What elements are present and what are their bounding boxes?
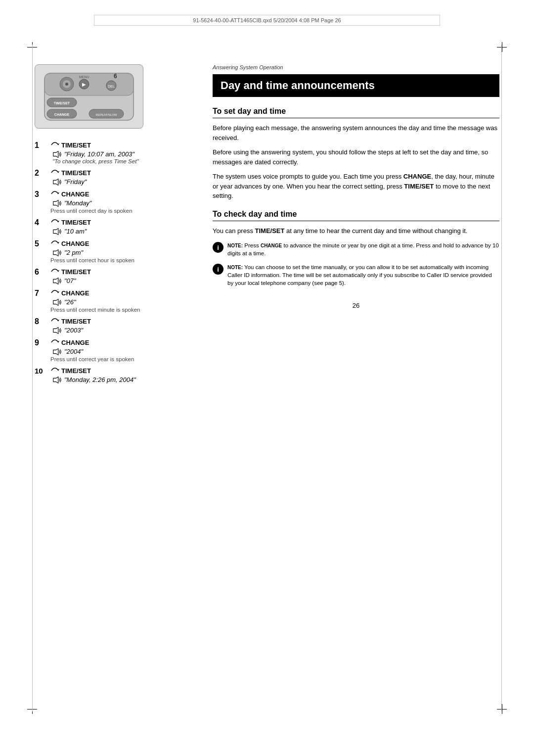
step-content-3: CHANGE "Monday" [50, 189, 193, 214]
step-content-6: TIME/SET "07" [50, 267, 193, 284]
audio-icon-5 [52, 249, 62, 256]
step-item-8: 8 TIME/SET [35, 317, 193, 334]
page-container: 91-5624-40-00-ATT1465CIB.qxd 5/20/2004 4… [0, 0, 534, 756]
step-9-audio: "2004" [52, 348, 193, 355]
step-1-note: "To change clock, press Time Set" [52, 158, 193, 164]
step-item-10: 10 TIME/SET [35, 366, 193, 383]
step-4-audio: "10 am" [52, 228, 193, 235]
crosshair-bottom-right [497, 704, 507, 714]
step-2-audio: "Friday" [52, 178, 193, 186]
margin-line-right [501, 45, 502, 711]
step-button-4: TIME/SET [50, 218, 193, 227]
step-button-7: CHANGE [50, 288, 193, 297]
crosshair-top-right [497, 42, 507, 52]
audio-icon-3 [52, 200, 62, 207]
note-icon-2: i [213, 264, 223, 275]
svg-text:REPEAT/SLOW: REPEAT/SLOW [96, 113, 117, 116]
device-image: ▶ 6 TIME/SET CHANGE DEL [35, 64, 143, 129]
change-icon-3 [50, 189, 59, 198]
step-5-button-label: CHANGE [61, 240, 89, 247]
file-header: 91-5624-40-00-ATT1465CIB.qxd 5/20/2004 4… [94, 15, 440, 26]
step-item-5: 5 CHANGE [35, 239, 193, 263]
main-content: ▶ 6 TIME/SET CHANGE DEL [35, 64, 499, 387]
svg-marker-28 [53, 278, 58, 284]
note-body-1: Press change to advance the minute or ye… [227, 242, 499, 256]
left-column: ▶ 6 TIME/SET CHANGE DEL [35, 64, 193, 387]
step-10-button-label: TIME/SET [61, 367, 91, 375]
change-icon-5 [50, 239, 59, 248]
svg-marker-34 [53, 348, 58, 355]
step-button-8: TIME/SET [50, 317, 193, 326]
svg-marker-32 [53, 327, 58, 333]
step-6-button-label: TIME/SET [61, 268, 91, 276]
audio-icon-10 [52, 377, 62, 383]
margin-line-left [32, 45, 33, 711]
check-day-time-title: To check day and time [213, 210, 499, 221]
change-icon-9 [50, 338, 59, 347]
timeset-icon-1 [50, 141, 59, 149]
svg-text:6: 6 [114, 73, 117, 80]
step-item-7: 7 CHANGE [35, 288, 193, 313]
timeset-icon-4 [50, 218, 59, 227]
timeset-icon-10 [50, 366, 59, 375]
step-button-2: TIME/SET [50, 168, 193, 177]
step-4-audio-text: "10 am" [64, 228, 87, 235]
step-button-9: CHANGE [50, 338, 193, 347]
step-9-button-label: CHANGE [61, 339, 89, 346]
step-10-audio: "Monday, 2:26 pm, 2004" [52, 376, 193, 383]
subsection-set-day-time: To set day and time Before playing each … [213, 107, 499, 201]
svg-marker-26 [53, 249, 58, 256]
svg-text:TIME/SET: TIME/SET [54, 101, 70, 105]
step-content-5: CHANGE "2 pm" [50, 239, 193, 263]
step-button-10: TIME/SET [50, 366, 193, 375]
audio-icon-6 [52, 278, 62, 284]
step-7-instruction: Press until correct minute is spoken [50, 307, 193, 313]
svg-marker-22 [53, 200, 58, 206]
step-number-8: 8 [35, 317, 50, 326]
step-content-1: TIME/SET "Friday, 10:07 am, 2003" [50, 141, 193, 164]
svg-marker-20 [53, 179, 58, 185]
step-number-5: 5 [35, 239, 50, 248]
step-item-2: 2 TIME/SET [35, 168, 193, 186]
step-number-3: 3 [35, 190, 50, 199]
note-body-2: You can choose to set the time manually,… [227, 264, 492, 286]
step-7-audio: "26" [52, 298, 193, 306]
timeset-icon-8 [50, 317, 59, 326]
step-1-audio-text: "Friday, 10:07 am, 2003" [64, 150, 134, 158]
step-2-audio-text: "Friday" [64, 178, 87, 186]
step-number-7: 7 [35, 289, 50, 298]
subsection-check-day-time: To check day and time You can press TIME… [213, 210, 499, 236]
note-box-2: i NOTE: You can choose to set the time m… [213, 263, 499, 287]
timeset-icon-6 [50, 267, 59, 276]
step-content-10: TIME/SET "Monday, 2:26 pm, 2004" [50, 366, 193, 383]
step-3-button-label: CHANGE [61, 190, 89, 198]
note-icon-1: i [213, 242, 223, 253]
step-button-5: CHANGE [50, 239, 193, 248]
section-label: Answering System Operation [213, 64, 499, 70]
step-5-audio-text: "2 pm" [64, 249, 83, 256]
step-9-instruction: Press until correct year is spoken [50, 356, 193, 362]
step-2-button-label: TIME/SET [61, 169, 91, 177]
set-day-time-para-1: Before playing each message, the answeri… [213, 123, 499, 142]
svg-marker-30 [53, 299, 58, 305]
step-item-4: 4 TIME/SET [35, 218, 193, 235]
steps-list: 1 TIME/SET [35, 141, 193, 383]
step-3-audio-text: "Monday" [64, 199, 91, 207]
step-1-button-label: TIME/SET [61, 142, 91, 149]
step-6-audio: "07" [52, 277, 193, 284]
audio-icon-4 [52, 228, 62, 235]
step-8-audio-text: "2003" [64, 327, 83, 334]
step-content-9: CHANGE "2004" [50, 338, 193, 362]
step-8-button-label: TIME/SET [61, 318, 91, 325]
step-9-audio-text: "2004" [64, 348, 83, 355]
step-number-10: 10 [35, 367, 50, 375]
step-item-9: 9 CHANGE [35, 338, 193, 362]
step-6-audio-text: "07" [64, 277, 76, 284]
svg-point-4 [65, 83, 68, 86]
svg-marker-18 [53, 151, 58, 157]
step-5-instruction: Press until correct hour is spoken [50, 257, 193, 263]
step-content-2: TIME/SET "Friday" [50, 168, 193, 186]
step-4-button-label: TIME/SET [61, 219, 91, 226]
svg-text:CHANGE: CHANGE [54, 113, 70, 116]
audio-icon-1 [52, 151, 62, 158]
